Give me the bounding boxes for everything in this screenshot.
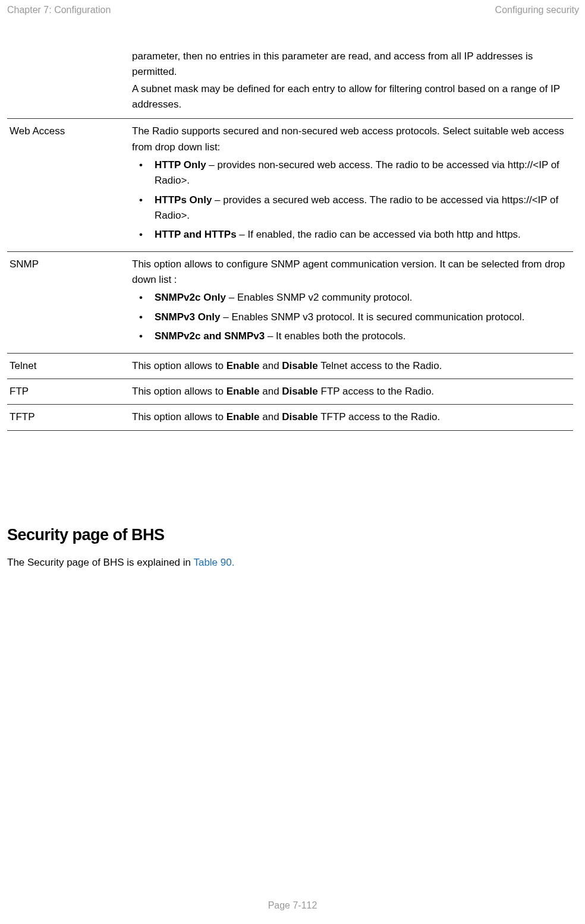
row-desc: This option allows to Enable and Disable… [132,353,573,379]
row-desc: This option allows to configure SNMP age… [132,251,573,353]
list-item: HTTPs Only – provides a secured web acce… [132,193,566,224]
row-desc: parameter, then no entries in this param… [132,44,573,119]
row-label: FTP [7,379,132,404]
bold-term: Enable [227,411,260,422]
item-text: – Enables SNMP v2 community protocol. [226,292,412,303]
item-text: – If enabled, the radio can be accessed … [237,229,521,240]
table-row: parameter, then no entries in this param… [7,44,573,119]
item-text: – provides a secured web access. The rad… [155,194,558,221]
row-label: SNMP [7,251,132,353]
page-header: Chapter 7: Configuration Configuring sec… [7,5,579,15]
t: FTP access to the Radio. [318,386,434,397]
t: This option allows to [132,360,227,371]
bold-term: SNMPv3 Only [155,311,221,323]
t: and [260,411,282,422]
table-row: FTP This option allows to Enable and Dis… [7,379,573,404]
row-label-empty [7,44,132,119]
config-table: parameter, then no entries in this param… [7,44,573,431]
t: and [260,360,282,371]
bold-term: HTTP Only [155,159,206,171]
t: Telnet access to the Radio. [318,360,442,371]
bold-term: HTTPs Only [155,194,212,206]
intro-p2: A subnet mask may be defined for each en… [132,81,566,113]
list-item: SNMPv3 Only – Enables SNMP v3 protocol. … [132,310,566,325]
snmp-intro: This option allows to configure SNMP age… [132,257,566,288]
bold-term: Enable [227,360,260,371]
bold-term: HTTP and HTTPs [155,229,237,240]
bold-term: SNMPv2c Only [155,292,226,303]
t: TFTP access to the Radio. [318,411,440,422]
section-heading: Security page of BHS [7,526,573,544]
row-label: Web Access [7,119,132,251]
list-item: SNMPv2c Only – Enables SNMP v2 community… [132,290,566,305]
table-link[interactable]: Table 90. [193,557,234,568]
bold-term: SNMPv2c and SNMPv3 [155,330,265,342]
bold-term: Disable [282,411,317,422]
webaccess-intro: The Radio supports secured and non-secur… [132,124,566,155]
table-row: TFTP This option allows to Enable and Di… [7,405,573,430]
section-pre: The Security page of BHS is explained in [7,557,193,568]
webaccess-list: HTTP Only – provides non-secured web acc… [132,157,566,243]
list-item: SNMPv2c and SNMPv3 – It enables both the… [132,329,566,344]
row-label: Telnet [7,353,132,379]
main-content: parameter, then no entries in this param… [7,44,579,570]
t: This option allows to [132,411,227,422]
row-desc: This option allows to Enable and Disable… [132,405,573,430]
intro-p1: parameter, then no entries in this param… [132,49,566,80]
table-row: Web Access The Radio supports secured an… [7,119,573,251]
row-label: TFTP [7,405,132,430]
t: and [260,386,282,397]
snmp-list: SNMPv2c Only – Enables SNMP v2 community… [132,290,566,344]
bold-term: Disable [282,360,317,371]
table-row: Telnet This option allows to Enable and … [7,353,573,379]
header-left: Chapter 7: Configuration [7,5,111,15]
table-row: SNMP This option allows to configure SNM… [7,251,573,353]
bold-term: Disable [282,386,317,397]
bold-term: Enable [227,386,260,397]
item-text: – It enables both the protocols. [265,330,405,342]
list-item: HTTP Only – provides non-secured web acc… [132,157,566,189]
row-desc: The Radio supports secured and non-secur… [132,119,573,251]
row-desc: This option allows to Enable and Disable… [132,379,573,404]
item-text: – Enables SNMP v3 protocol. It is secure… [221,311,525,323]
section-text: The Security page of BHS is explained in… [7,555,573,570]
list-item: HTTP and HTTPs – If enabled, the radio c… [132,227,566,242]
item-text: – provides non-secured web access. The r… [155,159,559,186]
header-right: Configuring security [495,5,579,15]
page-footer: Page 7-112 [0,900,585,911]
t: This option allows to [132,386,227,397]
